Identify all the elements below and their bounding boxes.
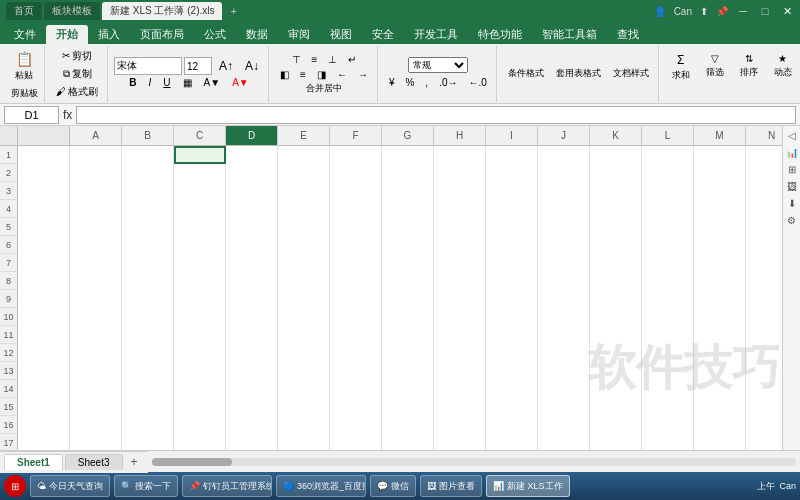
align-center-button[interactable]: ≡ [295, 67, 311, 82]
col-header-b[interactable]: B [122, 126, 174, 146]
dec-decrease-button[interactable]: ←.0 [463, 75, 491, 90]
title-tab-home[interactable]: 首页 [6, 2, 42, 20]
taskbar-item-excel[interactable]: 📊 新建 XLS工作 [486, 475, 570, 497]
align-top-button[interactable]: ⊤ [287, 52, 306, 67]
col-header-e[interactable]: E [278, 126, 330, 146]
sort-button[interactable]: ⇅排序 [733, 50, 765, 98]
cell-g1[interactable] [330, 146, 382, 164]
sidebar-settings-icon[interactable]: ⚙ [787, 215, 796, 226]
font-color-button[interactable]: A▼ [227, 75, 254, 90]
row-2[interactable]: 2 [0, 164, 17, 182]
cell-l1[interactable] [590, 146, 642, 164]
title-tab-file[interactable]: 新建 XLS 工作薄 (2).xls [102, 2, 222, 20]
number-format-select[interactable]: 常规 [408, 57, 468, 73]
col-header-k[interactable]: K [590, 126, 642, 146]
col-header-d[interactable]: D [226, 126, 278, 146]
italic-button[interactable]: I [144, 75, 157, 90]
cell-m1[interactable] [642, 146, 694, 164]
indent-inc-button[interactable]: → [353, 67, 373, 82]
wrap-text-button[interactable]: ↵ [343, 52, 361, 67]
cond-format-button[interactable]: 条件格式 [503, 65, 549, 82]
border-button[interactable]: ▦ [178, 75, 197, 90]
cell-c2[interactable] [122, 164, 174, 182]
row-16[interactable]: 16 [0, 416, 17, 434]
ribbon-tab-tools[interactable]: 智能工具箱 [532, 25, 607, 44]
paste-button[interactable]: 📋 粘贴 [8, 48, 40, 87]
cell-n2[interactable] [694, 164, 746, 182]
cell-k2[interactable] [538, 164, 590, 182]
col-header-l[interactable]: L [642, 126, 694, 146]
cell-g2[interactable] [330, 164, 382, 182]
cell-e1[interactable] [226, 146, 278, 164]
row-11[interactable]: 11 [0, 326, 17, 344]
ribbon-tab-dev[interactable]: 开发工具 [404, 25, 468, 44]
taskbar-item-imageviewer[interactable]: 🖼 图片查看 [420, 475, 482, 497]
cell-d1[interactable] [174, 146, 226, 164]
close-button[interactable]: ✕ [780, 4, 794, 18]
cell-m2[interactable] [642, 164, 694, 182]
row-15[interactable]: 15 [0, 398, 17, 416]
share-icon[interactable]: ⬆ [700, 6, 708, 17]
sheet-tab-sheet1[interactable]: Sheet1 [4, 454, 63, 470]
title-tab-template[interactable]: 板块模板 [44, 2, 100, 20]
comma-button[interactable]: , [420, 75, 433, 90]
row-7[interactable]: 7 [0, 254, 17, 272]
row-1[interactable]: 1 [0, 146, 17, 164]
bold-button[interactable]: B [124, 75, 141, 90]
ribbon-tab-view[interactable]: 视图 [320, 25, 362, 44]
cut-button[interactable]: ✂ 剪切 [57, 47, 97, 65]
decrease-font-button[interactable]: A↓ [240, 57, 264, 75]
cell-d2[interactable] [174, 164, 226, 182]
ribbon-tab-special[interactable]: 特色功能 [468, 25, 532, 44]
cell-reference-input[interactable] [4, 106, 59, 124]
ribbon-tab-layout[interactable]: 页面布局 [130, 25, 194, 44]
col-header-g[interactable]: G [382, 126, 434, 146]
filter-button[interactable]: ▽筛选 [699, 50, 731, 98]
font-name-input[interactable] [114, 57, 182, 75]
col-header-c[interactable]: C [174, 126, 226, 146]
sheet-tab-sheet3[interactable]: Sheet3 [65, 454, 123, 470]
ribbon-tab-home[interactable]: 开始 [46, 25, 88, 44]
sidebar-collapse-icon[interactable]: ◁ [788, 130, 796, 141]
col-header-f[interactable]: F [330, 126, 382, 146]
cell-n1[interactable] [694, 146, 746, 164]
ribbon-tab-review[interactable]: 审阅 [278, 25, 320, 44]
taskbar-item-search[interactable]: 🔍 搜索一下 [114, 475, 178, 497]
currency-button[interactable]: ¥ [384, 75, 400, 90]
row-9[interactable]: 9 [0, 290, 17, 308]
taskbar-item-browser[interactable]: 🔵 360浏览器_百度搜... [276, 475, 366, 497]
ribbon-tab-file[interactable]: 文件 [4, 25, 46, 44]
function-wizard-button[interactable]: fx [63, 108, 72, 122]
cell-style-button[interactable]: 文档样式 [608, 65, 654, 82]
row-14[interactable]: 14 [0, 380, 17, 398]
table-format-button[interactable]: 套用表格式 [551, 65, 606, 82]
cell-h2[interactable] [382, 164, 434, 182]
cell-k1[interactable] [538, 146, 590, 164]
cell-b1[interactable] [70, 146, 122, 164]
cell-h1[interactable] [382, 146, 434, 164]
cell-o2[interactable] [746, 164, 782, 182]
col-header-i[interactable]: I [486, 126, 538, 146]
row-12[interactable]: 12 [0, 344, 17, 362]
row-8[interactable]: 8 [0, 272, 17, 290]
row-5[interactable]: 5 [0, 218, 17, 236]
copy-button[interactable]: ⧉ 复制 [58, 65, 97, 83]
start-button[interactable]: ⊞ [4, 475, 26, 497]
horizontal-scrollbar[interactable] [152, 458, 796, 466]
ribbon-tab-insert[interactable]: 插入 [88, 25, 130, 44]
ribbon-tab-formula[interactable]: 公式 [194, 25, 236, 44]
cell-f2[interactable] [278, 164, 330, 182]
align-bottom-button[interactable]: ⊥ [323, 52, 342, 67]
minimize-button[interactable]: ─ [736, 4, 750, 18]
col-header-j[interactable]: J [538, 126, 590, 146]
cell-j2[interactable] [486, 164, 538, 182]
fill-color-button[interactable]: A▼ [199, 75, 226, 90]
ribbon-tab-data[interactable]: 数据 [236, 25, 278, 44]
row-13[interactable]: 13 [0, 362, 17, 380]
taskbar-item-weather[interactable]: 🌤 今日天气查询 [30, 475, 110, 497]
ribbon-tab-security[interactable]: 安全 [362, 25, 404, 44]
increase-font-button[interactable]: A↑ [214, 57, 238, 75]
cell-e2[interactable] [226, 164, 278, 182]
row-4[interactable]: 4 [0, 200, 17, 218]
col-header-n[interactable]: N [746, 126, 782, 146]
